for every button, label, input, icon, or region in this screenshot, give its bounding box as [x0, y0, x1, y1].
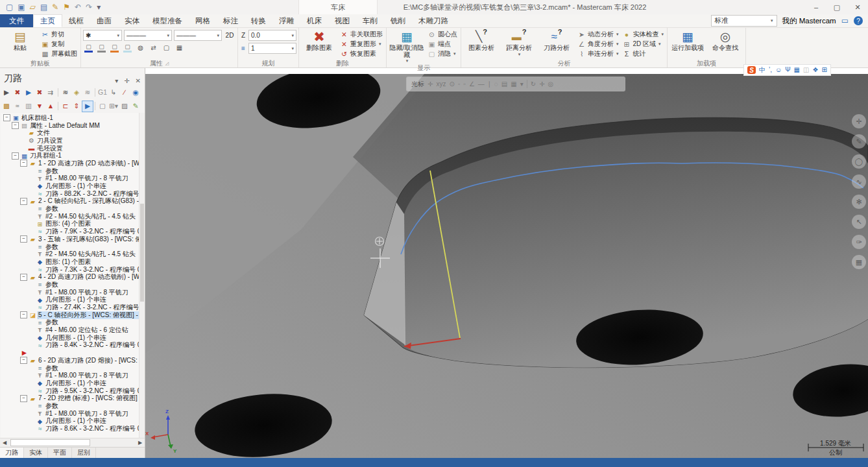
analysis-analyze-chain[interactable]: ⌇串连分析▾ [576, 49, 620, 58]
tree-row[interactable]: ⊞图形: (4) 个图素 [1, 221, 145, 228]
analysis-big-analyze-distance[interactable]: ▬?距离分析▾ [501, 29, 537, 57]
tree-insert-marker[interactable]: ▶ [1, 349, 145, 357]
quick-flower-button[interactable]: ✻ [852, 195, 866, 209]
ribbon-tab-4[interactable]: 实体 [118, 14, 146, 27]
display-blank[interactable]: ▢消隐▾ [426, 49, 459, 58]
tree-row[interactable]: ◆几何图形 - (1) 个串连 [1, 418, 145, 425]
tree-row[interactable]: −▰2 - C 轴径向钻孔 - 深孔啄钻(G83) - [WCS: 俯视图] [1, 198, 145, 206]
tree-row[interactable]: ≡参数 [1, 243, 145, 251]
move-insert-up[interactable]: ▲ [45, 101, 56, 112]
toolpath-simulate[interactable]: ≋ [60, 88, 71, 98]
ribbon-tab-12[interactable]: 车削 [356, 14, 384, 27]
tree-expander-icon[interactable]: − [12, 122, 19, 129]
insert-above[interactable]: ⊏ [60, 101, 71, 112]
angle-snap-icon[interactable]: ∠ [469, 81, 475, 88]
clipboard-cut[interactable]: ✂剪切 [40, 30, 78, 39]
ghost-ops[interactable]: ▢ [97, 101, 108, 112]
nearest-snap-icon[interactable]: ◌ [494, 81, 498, 88]
tree-row[interactable]: −▰1 - 2D 高速刀路 (2D 动态剥铣) - [WCS: 俯视图] [1, 160, 145, 167]
display-options[interactable]: ⊞▾ [108, 101, 119, 112]
pan-icon[interactable]: ✛ [539, 81, 544, 88]
overlay-dropdown-icon[interactable]: ▾ [520, 81, 524, 88]
flag-icon[interactable]: ⚑ [63, 3, 70, 11]
run-selected-ops[interactable]: ▶ [23, 88, 34, 98]
panel-dropdown-icon[interactable]: ▾ [115, 77, 118, 84]
tree-row[interactable]: Ŧ#4 - M6.00 定位钻 - 6 定位钻 [1, 326, 145, 334]
tree-row[interactable]: Ŧ#2 - M4.50 钻头/钻孔 - 4.5 钻头 [1, 213, 145, 221]
tree-row[interactable]: −▰6 - 2D 高速刀路 (2D 熔接) - [WCS: 俯视图] - [ [1, 357, 145, 365]
tree-row[interactable]: Ŧ#1 - M8.00 平铣刀 - 8 平铣刀 [1, 372, 145, 379]
analysis-analyze-dynamic[interactable]: ➤动态分析▾ [576, 30, 620, 39]
ribbon-tab-3[interactable]: 曲面 [90, 14, 118, 27]
analysis-big-analyze-toolpath[interactable]: ≈?刀路分析 [538, 29, 575, 52]
edit-check[interactable]: ✎ [130, 101, 141, 112]
delete-big-delete-x[interactable]: ✖删除图素 [301, 29, 337, 52]
tree-horizontal-scrollbar[interactable]: ◀ ▶ [0, 438, 145, 447]
tree-expander-icon[interactable]: − [20, 357, 27, 364]
ribbon-tab-8[interactable]: 转换 [245, 14, 272, 27]
edit-icon[interactable]: ✎ [52, 3, 58, 11]
material-chip[interactable]: ◍ [135, 43, 146, 53]
clipboard-screenshot[interactable]: ▦屏幕截图 [40, 49, 78, 58]
panel-tab-刀路[interactable]: 刀路 [0, 448, 24, 458]
tree-row[interactable]: ◆图形: (1) 个图素 [1, 258, 145, 266]
lock-ops[interactable]: ▩ [1, 101, 12, 112]
tree-row[interactable]: −▰4 - 2D 高速刀路 (2D 动态铣削) - [WCS: 俯视图] [1, 273, 145, 281]
quick-grid-button[interactable]: ▦ [852, 255, 866, 269]
auto-cursor-icon[interactable]: ✛ [428, 81, 433, 88]
line-style[interactable]: ———▾ [124, 30, 172, 41]
feedback-icon[interactable]: ▭ [841, 16, 849, 25]
toggle-post[interactable]: ▥ [23, 101, 34, 112]
move-insert-down[interactable]: ▼ [34, 101, 45, 112]
tree-row[interactable]: ⚙刀具设置 [1, 137, 145, 145]
analysis-check-solid[interactable]: ●实体检查▾ [621, 30, 666, 39]
toggle-toolpath-display[interactable]: ≈ [12, 101, 23, 112]
point-style[interactable]: ✱▾ [83, 30, 122, 41]
tree-row[interactable]: ≡参数 [1, 319, 145, 327]
delete-duplicate[interactable]: ✕重复图形▾ [339, 40, 384, 49]
chinese-mode-icon[interactable]: 中 [759, 67, 766, 73]
print-icon[interactable]: ▤ [40, 3, 47, 11]
regen-dirty-ops[interactable]: ⇉ [45, 88, 56, 98]
post-process[interactable]: ↳ [108, 88, 119, 98]
addins-big-run-addin[interactable]: ▦运行加载项 [669, 29, 706, 52]
close-button[interactable]: ✕ [847, 0, 868, 14]
delete-restore[interactable]: ↺恢复图素 [339, 49, 384, 58]
origin-snap-icon[interactable]: ⊙ [449, 81, 454, 88]
minimize-button[interactable]: – [806, 0, 826, 14]
unselect-all-ops[interactable]: ✖ [12, 88, 23, 98]
tree-expander-icon[interactable]: − [20, 311, 27, 318]
horizontal-snap-icon[interactable]: — [478, 81, 485, 88]
verify[interactable]: ◈ [71, 88, 82, 98]
attributes-dialog-launcher-icon[interactable]: ◿ [165, 61, 169, 66]
my-mastercam-link[interactable]: 我的 Mastercam [782, 16, 836, 26]
ribbon-tab-1[interactable]: 主页 [33, 14, 62, 27]
qat-more-icon[interactable]: ▾ [97, 3, 101, 11]
xyz-entry-icon[interactable]: xyz [436, 81, 446, 88]
tree-row[interactable]: −▤属性 - Lathe Default MM [1, 122, 145, 130]
delete-nonassoc[interactable]: ✕非关联图形 [339, 30, 384, 39]
maximize-button[interactable]: ▢ [826, 0, 847, 14]
panel-pin-icon[interactable]: ✛ [124, 77, 129, 84]
analysis-analyze-angle[interactable]: ∠角度分析▾ [576, 40, 620, 49]
tree-row[interactable]: ≡参数 [1, 365, 145, 372]
keyboard-icon[interactable]: ▦ [794, 67, 800, 73]
tree-row[interactable]: −▰3 - 五轴 - 深孔啄钻(G83) - [WCS: 俯视图] - [刀具面… [1, 235, 145, 243]
tree-vertical-scrollbar[interactable] [139, 113, 145, 438]
orbit-icon[interactable]: ↻ [531, 81, 536, 88]
ribbon-tab-7[interactable]: 标注 [217, 14, 245, 27]
gray-toolbox-icon[interactable]: ◫ [803, 67, 809, 73]
quick-spline-button[interactable]: ∿ [852, 174, 866, 189]
attr-transfer-chip[interactable]: ⇄ [148, 43, 159, 53]
zoom-icon[interactable]: ◎ [548, 81, 554, 88]
tree-expander-icon[interactable]: − [3, 114, 10, 121]
tree-row[interactable]: ◆几何图形 - (1) 个串连 [1, 296, 145, 304]
ribbon-tab-11[interactable]: 视图 [328, 14, 356, 27]
line-color-chip[interactable]: ▢ [96, 43, 107, 53]
panel-tab-层别[interactable]: 层别 [72, 448, 96, 458]
scroll-insert[interactable]: ⇕ [71, 101, 82, 112]
tree-row[interactable]: ≡参数 [1, 281, 145, 289]
analysis-statistics[interactable]: Σ统计 [621, 49, 666, 58]
select-all-ops[interactable]: ▶ [1, 88, 12, 98]
skin-icon[interactable]: ❖ [812, 67, 818, 73]
